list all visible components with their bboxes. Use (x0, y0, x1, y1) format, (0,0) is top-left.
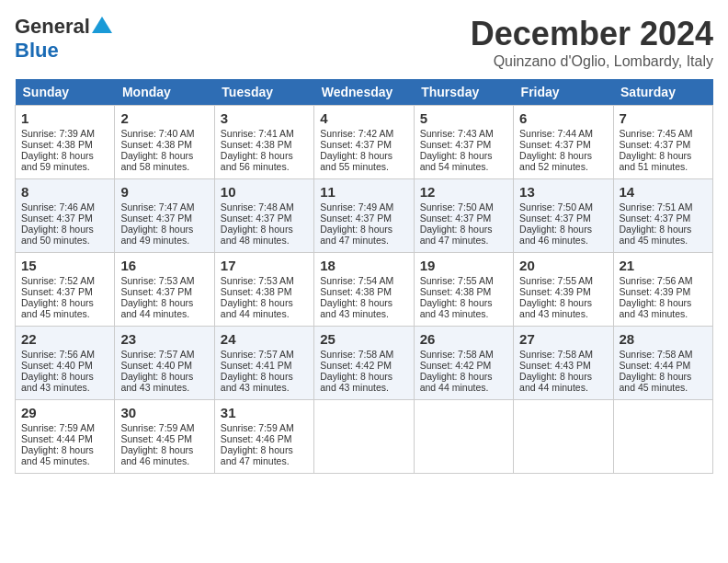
day-info: Sunrise: 7:40 AMSunset: 4:38 PMDaylight:… (120, 128, 194, 172)
day-info: Sunrise: 7:58 AMSunset: 4:44 PMDaylight:… (620, 349, 693, 393)
calendar-cell (414, 400, 513, 474)
calendar-cell: 2Sunrise: 7:40 AMSunset: 4:38 PMDaylight… (115, 106, 214, 179)
day-info: Sunrise: 7:42 AMSunset: 4:37 PMDaylight:… (320, 128, 393, 172)
calendar-cell: 22Sunrise: 7:56 AMSunset: 4:40 PMDayligh… (16, 327, 115, 400)
day-info: Sunrise: 7:57 AMSunset: 4:40 PMDaylight:… (120, 349, 194, 393)
day-info: Sunrise: 7:52 AMSunset: 4:37 PMDaylight:… (21, 275, 95, 319)
day-number: 3 (221, 110, 308, 126)
day-info: Sunrise: 7:59 AMSunset: 4:46 PMDaylight:… (221, 422, 294, 466)
calendar-week-3: 15Sunrise: 7:52 AMSunset: 4:37 PMDayligh… (16, 253, 713, 327)
day-number: 8 (21, 184, 108, 200)
header-saturday: Saturday (613, 79, 712, 106)
day-info: Sunrise: 7:59 AMSunset: 4:44 PMDaylight:… (21, 422, 95, 466)
calendar-cell: 9Sunrise: 7:47 AMSunset: 4:37 PMDaylight… (115, 179, 214, 253)
day-info: Sunrise: 7:49 AMSunset: 4:37 PMDaylight:… (320, 201, 393, 246)
day-number: 12 (420, 184, 507, 200)
calendar-cell: 24Sunrise: 7:57 AMSunset: 4:41 PMDayligh… (214, 327, 313, 400)
day-info: Sunrise: 7:39 AMSunset: 4:38 PMDaylight:… (21, 128, 95, 172)
calendar-week-5: 29Sunrise: 7:59 AMSunset: 4:44 PMDayligh… (16, 400, 713, 474)
day-number: 31 (221, 405, 308, 420)
calendar-cell: 29Sunrise: 7:59 AMSunset: 4:44 PMDayligh… (16, 400, 115, 474)
day-number: 29 (21, 405, 108, 420)
calendar-cell: 23Sunrise: 7:57 AMSunset: 4:40 PMDayligh… (115, 327, 214, 400)
day-number: 16 (120, 258, 208, 273)
header-friday: Friday (514, 79, 613, 106)
day-info: Sunrise: 7:58 AMSunset: 4:43 PMDaylight:… (519, 349, 593, 393)
month-title: December 2024 (471, 15, 713, 53)
day-info: Sunrise: 7:47 AMSunset: 4:37 PMDaylight:… (120, 201, 194, 246)
day-info: Sunrise: 7:58 AMSunset: 4:42 PMDaylight:… (320, 349, 393, 393)
day-number: 11 (320, 184, 407, 200)
calendar-cell: 20Sunrise: 7:55 AMSunset: 4:39 PMDayligh… (514, 253, 613, 327)
day-info: Sunrise: 7:48 AMSunset: 4:37 PMDaylight:… (221, 201, 294, 246)
calendar-cell: 17Sunrise: 7:53 AMSunset: 4:38 PMDayligh… (214, 253, 313, 327)
calendar-cell: 30Sunrise: 7:59 AMSunset: 4:45 PMDayligh… (115, 400, 214, 474)
day-number: 20 (519, 258, 607, 273)
day-info: Sunrise: 7:50 AMSunset: 4:37 PMDaylight:… (519, 201, 593, 246)
calendar-cell: 21Sunrise: 7:56 AMSunset: 4:39 PMDayligh… (613, 253, 712, 327)
day-number: 23 (120, 331, 208, 347)
day-number: 13 (519, 184, 607, 200)
title-area: December 2024 Quinzano d'Oglio, Lombardy… (471, 15, 713, 70)
calendar-cell: 11Sunrise: 7:49 AMSunset: 4:37 PMDayligh… (314, 179, 414, 253)
svg-marker-0 (92, 17, 112, 33)
day-info: Sunrise: 7:56 AMSunset: 4:40 PMDaylight:… (21, 349, 95, 393)
day-number: 17 (221, 258, 308, 273)
calendar-cell: 18Sunrise: 7:54 AMSunset: 4:38 PMDayligh… (314, 253, 414, 327)
day-info: Sunrise: 7:45 AMSunset: 4:37 PMDaylight:… (620, 128, 693, 172)
calendar-cell (613, 400, 712, 474)
calendar-week-1: 1Sunrise: 7:39 AMSunset: 4:38 PMDaylight… (16, 106, 713, 179)
calendar-cell: 26Sunrise: 7:58 AMSunset: 4:42 PMDayligh… (414, 327, 513, 400)
logo-triangle-icon (92, 15, 112, 35)
calendar-cell: 19Sunrise: 7:55 AMSunset: 4:38 PMDayligh… (414, 253, 513, 327)
day-number: 18 (320, 258, 407, 273)
logo-blue: Blue (15, 39, 59, 62)
calendar-table: Sunday Monday Tuesday Wednesday Thursday… (15, 79, 713, 474)
header-wednesday: Wednesday (314, 79, 414, 106)
calendar-cell: 25Sunrise: 7:58 AMSunset: 4:42 PMDayligh… (314, 327, 414, 400)
day-info: Sunrise: 7:46 AMSunset: 4:37 PMDaylight:… (21, 201, 95, 246)
calendar-cell: 6Sunrise: 7:44 AMSunset: 4:37 PMDaylight… (514, 106, 613, 179)
calendar-cell: 1Sunrise: 7:39 AMSunset: 4:38 PMDaylight… (16, 106, 115, 179)
calendar-cell: 3Sunrise: 7:41 AMSunset: 4:38 PMDaylight… (214, 106, 313, 179)
logo-general: General (15, 17, 90, 37)
day-info: Sunrise: 7:58 AMSunset: 4:42 PMDaylight:… (420, 349, 494, 393)
calendar-cell (514, 400, 613, 474)
location-title: Quinzano d'Oglio, Lombardy, Italy (471, 53, 713, 70)
calendar-cell: 28Sunrise: 7:58 AMSunset: 4:44 PMDayligh… (613, 327, 712, 400)
day-info: Sunrise: 7:59 AMSunset: 4:45 PMDaylight:… (120, 422, 194, 466)
day-number: 28 (620, 331, 707, 347)
day-info: Sunrise: 7:41 AMSunset: 4:38 PMDaylight:… (221, 128, 294, 172)
header-tuesday: Tuesday (214, 79, 313, 106)
logo: General Blue (15, 15, 112, 63)
day-info: Sunrise: 7:51 AMSunset: 4:37 PMDaylight:… (620, 201, 693, 246)
day-info: Sunrise: 7:57 AMSunset: 4:41 PMDaylight:… (221, 349, 294, 393)
calendar-cell: 15Sunrise: 7:52 AMSunset: 4:37 PMDayligh… (16, 253, 115, 327)
day-number: 30 (120, 405, 208, 420)
day-number: 15 (21, 258, 108, 273)
day-info: Sunrise: 7:56 AMSunset: 4:39 PMDaylight:… (620, 275, 693, 319)
day-info: Sunrise: 7:55 AMSunset: 4:39 PMDaylight:… (519, 275, 593, 319)
day-number: 2 (120, 110, 208, 126)
day-info: Sunrise: 7:53 AMSunset: 4:37 PMDaylight:… (120, 275, 194, 319)
calendar-cell: 7Sunrise: 7:45 AMSunset: 4:37 PMDaylight… (613, 106, 712, 179)
day-number: 24 (221, 331, 308, 347)
calendar-cell: 4Sunrise: 7:42 AMSunset: 4:37 PMDaylight… (314, 106, 414, 179)
day-number: 6 (519, 110, 607, 126)
header: General Blue December 2024 Quinzano d'Og… (15, 15, 713, 70)
calendar-week-4: 22Sunrise: 7:56 AMSunset: 4:40 PMDayligh… (16, 327, 713, 400)
day-number: 21 (620, 258, 707, 273)
day-info: Sunrise: 7:55 AMSunset: 4:38 PMDaylight:… (420, 275, 494, 319)
header-sunday: Sunday (16, 79, 115, 106)
day-number: 9 (120, 184, 208, 200)
day-number: 27 (519, 331, 607, 347)
day-info: Sunrise: 7:50 AMSunset: 4:37 PMDaylight:… (420, 201, 494, 246)
header-thursday: Thursday (414, 79, 513, 106)
day-number: 4 (320, 110, 407, 126)
day-number: 5 (420, 110, 507, 126)
calendar-cell: 8Sunrise: 7:46 AMSunset: 4:37 PMDaylight… (16, 179, 115, 253)
calendar-cell: 5Sunrise: 7:43 AMSunset: 4:37 PMDaylight… (414, 106, 513, 179)
calendar-cell: 13Sunrise: 7:50 AMSunset: 4:37 PMDayligh… (514, 179, 613, 253)
header-monday: Monday (115, 79, 214, 106)
day-info: Sunrise: 7:54 AMSunset: 4:38 PMDaylight:… (320, 275, 393, 319)
